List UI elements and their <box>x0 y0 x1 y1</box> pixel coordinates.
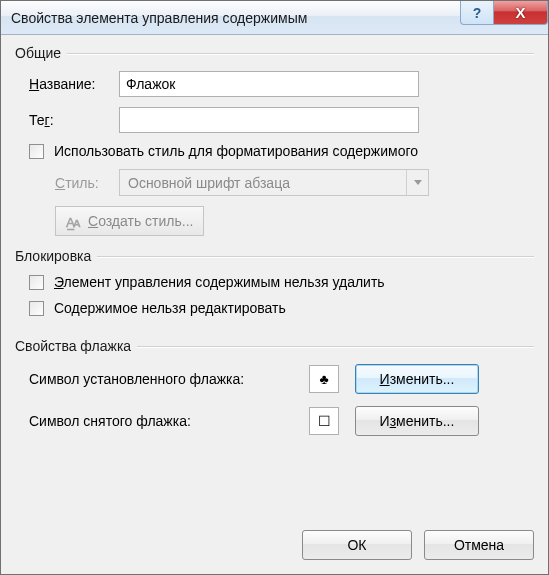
group-general-title: Общие <box>15 45 67 61</box>
new-style-icon: A̲ᴀ <box>62 211 82 231</box>
group-general-header: Общие <box>15 45 534 61</box>
divider <box>137 346 534 347</box>
group-locking: Блокировка Элемент управления содержимым… <box>15 248 534 332</box>
cannot-delete-checkbox[interactable] <box>29 275 44 290</box>
window-title: Свойства элемента управления содержимым <box>11 10 307 26</box>
ok-button[interactable]: ОК <box>302 530 412 560</box>
name-label: Название: <box>29 76 119 92</box>
change-checked-button[interactable]: Изменить... <box>355 364 479 394</box>
row-style: Стиль: Основной шрифт абзаца <box>55 169 530 196</box>
group-checkbox-props: Свойства флажка Символ установленного фл… <box>15 338 534 454</box>
divider <box>97 256 534 257</box>
row-unchecked-symbol: Символ снятого флажка: ☐ Изменить... <box>29 406 530 436</box>
change-unchecked-button[interactable]: Изменить... <box>355 406 479 436</box>
cancel-button[interactable]: Отмена <box>424 530 534 560</box>
row-cannot-edit[interactable]: Содержимое нельзя редактировать <box>29 300 530 316</box>
name-input[interactable] <box>119 71 419 97</box>
style-combo: Основной шрифт абзаца <box>119 169 429 196</box>
window-controls: ? X <box>460 1 548 25</box>
style-label: Стиль: <box>55 175 119 191</box>
new-style-label: Создать стиль... <box>88 213 193 229</box>
close-button[interactable]: X <box>494 1 548 25</box>
group-general: Общие Название: Тег: Использовать стиль … <box>15 45 534 242</box>
group-locking-title: Блокировка <box>15 248 97 264</box>
unchecked-symbol-label: Символ снятого флажка: <box>29 413 309 429</box>
row-name: Название: <box>29 71 530 97</box>
unchecked-symbol-box: ☐ <box>309 407 339 435</box>
group-checkbox-props-header: Свойства флажка <box>15 338 534 354</box>
use-style-checkbox[interactable] <box>29 144 44 159</box>
row-cannot-delete[interactable]: Элемент управления содержимым нельзя уда… <box>29 274 530 290</box>
chevron-down-icon <box>406 170 428 195</box>
row-use-style[interactable]: Использовать стиль для форматирования со… <box>29 143 530 159</box>
checked-symbol-label: Символ установленного флажка: <box>29 371 309 387</box>
cannot-delete-label: Элемент управления содержимым нельзя уда… <box>54 274 385 290</box>
cannot-edit-checkbox[interactable] <box>29 301 44 316</box>
dialog-body: Общие Название: Тег: Использовать стиль … <box>1 35 548 574</box>
help-button[interactable]: ? <box>460 1 494 25</box>
style-combo-value: Основной шрифт абзаца <box>128 175 290 191</box>
cannot-edit-label: Содержимое нельзя редактировать <box>54 300 286 316</box>
tag-input[interactable] <box>119 107 419 133</box>
tag-label: Тег: <box>29 112 119 128</box>
checked-symbol-box: ♣ <box>309 365 339 393</box>
titlebar: Свойства элемента управления содержимым … <box>1 1 548 35</box>
use-style-label: Использовать стиль для форматирования со… <box>54 143 418 159</box>
group-checkbox-props-title: Свойства флажка <box>15 338 137 354</box>
row-tag: Тег: <box>29 107 530 133</box>
row-checked-symbol: Символ установленного флажка: ♣ Изменить… <box>29 364 530 394</box>
new-style-button: A̲ᴀ Создать стиль... <box>55 206 204 236</box>
dialog-window: Свойства элемента управления содержимым … <box>0 0 549 575</box>
divider <box>67 53 534 54</box>
dialog-footer: ОК Отмена <box>15 520 534 560</box>
group-locking-header: Блокировка <box>15 248 534 264</box>
